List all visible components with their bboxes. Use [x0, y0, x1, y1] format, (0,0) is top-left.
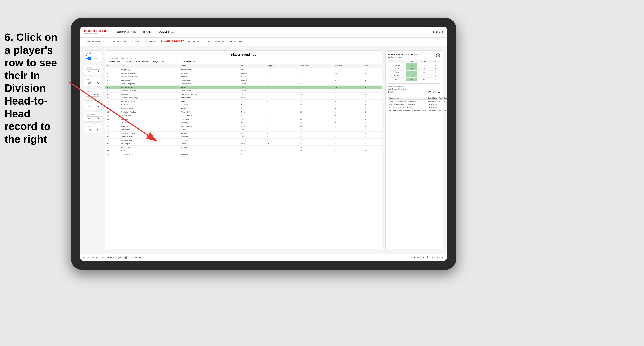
- table-row[interactable]: 22 Ian Gilligan Florida Third 10 24 1 1: [106, 142, 382, 146]
- cell-conf: 27: [299, 149, 334, 153]
- nav-teams[interactable]: TEAMS: [142, 30, 152, 34]
- cell-school: UCLA: [180, 128, 240, 132]
- table-row[interactable]: 24 Bastien Amat New Mexico Fourth 1 27 2…: [106, 149, 382, 153]
- save-custom-button[interactable]: 💾 Save Custom View: [124, 256, 144, 259]
- cell-conf: 23: [299, 139, 334, 142]
- gender-select[interactable]: Men Women: [86, 69, 100, 73]
- table-row[interactable]: 17 David Ford North Carolina Third 5 21 …: [106, 125, 382, 128]
- col-conf-rank: Conf Rank: [299, 64, 334, 68]
- share-icon: ↗: [436, 256, 438, 259]
- redo-icon[interactable]: ↪: [88, 256, 90, 259]
- cell-school: Florida State: [180, 78, 240, 82]
- year-select[interactable]: (All): [86, 81, 100, 85]
- table-row[interactable]: 2 Michael La Sasso Ole Miss Second 1 10 …: [106, 71, 382, 75]
- cell-player: Preston Summerhays: [120, 96, 180, 100]
- table-row[interactable]: 3 Michael Thorbjornsen Stanford Fourth 1…: [106, 75, 382, 78]
- cell-player: Taehoon Song: [120, 139, 180, 142]
- table-row[interactable]: 20 Matthew Riedel Vanderbilt Fifth 8 23 …: [106, 135, 382, 139]
- cell-conf: 24: [299, 93, 334, 96]
- cell-yr: First: [240, 128, 266, 132]
- no-rds-slider[interactable]: [86, 57, 97, 60]
- table-row[interactable]: 1 Wenyi Ding Arizona State First 1 8 1: [106, 68, 382, 71]
- table-row[interactable]: 5 Christo Lamprecht Georgia Tech Fourth …: [106, 82, 382, 86]
- table-row[interactable]: 19 Tiger Christensen Arizona Third 8 23 …: [106, 132, 382, 135]
- cell-win: 1: [364, 125, 382, 128]
- conference-select[interactable]: (All): [86, 116, 100, 120]
- table-row[interactable]: 15 Jake Hall Tennessee Fifth 5 21 0 0: [106, 117, 382, 121]
- table-row[interactable]: 21 Taehoon Song Washington Fourth 6 23 1…: [106, 139, 382, 142]
- cell-yr: Fourth: [240, 75, 266, 78]
- division-select[interactable]: NCAA Division I: [86, 93, 100, 97]
- cell-player: Jake Hall: [120, 117, 180, 121]
- t-cell-name: Fallen Oak Collegiate Invitational: [388, 103, 427, 106]
- cell-rds: 10: [334, 71, 364, 75]
- cell-yr: Fifth: [240, 135, 266, 139]
- table-row[interactable]: 9 Preston Summerhays Arizona State Third…: [106, 96, 382, 100]
- player-table: # Player School Yr Reg Rank Conf Rank No…: [106, 64, 382, 249]
- refresh-icon[interactable]: ⟳: [100, 256, 103, 259]
- share-button[interactable]: ↗ Share: [436, 256, 444, 259]
- cell-reg: 5: [266, 117, 299, 121]
- cell-player: Jacob Mac Diesen: [120, 100, 180, 103]
- sidebar-filters: No Rds. 6 Gender Men Women Year: [84, 50, 102, 249]
- region-select[interactable]: N/A: [86, 105, 100, 108]
- view-original-button[interactable]: 👁 View: Original: [108, 256, 122, 259]
- cell-reg: 3: [266, 107, 299, 110]
- cell-reg: 5: [266, 114, 299, 117]
- cell-school: Arizona: [180, 132, 240, 135]
- tab-player-h2h-grid[interactable]: PLAYER H2H GRID: [188, 39, 210, 44]
- nav-committee[interactable]: COMMITTEE: [158, 30, 174, 34]
- h2h-title: In Division Head-to-Head: [388, 53, 417, 56]
- tab-team-h2h-heatmap[interactable]: TEAM H2H HEATMAP: [132, 39, 156, 44]
- cell-reg: 11: [266, 146, 299, 149]
- table-row[interactable]: 14 Maxwell Ford North Carolina Third 5 2…: [106, 114, 382, 117]
- table-row[interactable]: 6 Jackson Koivun Auburn First 1 26 2: [106, 86, 382, 89]
- cell-win: 0: [364, 71, 382, 75]
- division-filter-val: NCAA Division I: [135, 60, 149, 63]
- cell-win: 1: [364, 146, 382, 149]
- cell-win: 0: [364, 117, 382, 121]
- table-row[interactable]: 12 Brendan Valdes Auburn Third 3 21 0 0: [106, 107, 382, 110]
- grid-icon[interactable]: ⊞: [432, 256, 434, 259]
- tab-player-summary[interactable]: PLAYER SUMMARY: [161, 39, 184, 44]
- tab-team-summary[interactable]: TEAM SUMMARY: [84, 39, 104, 44]
- paste-icon[interactable]: ⊞: [96, 256, 98, 259]
- cell-yr: Third: [240, 114, 266, 117]
- gender-filter-val: Men: [117, 60, 121, 63]
- table-row[interactable]: 10 Jacob Mac Diesen Arkansas Fifth 4 25 …: [106, 100, 382, 103]
- cell-win: 1: [364, 142, 382, 146]
- nav-tournaments[interactable]: TOURNAMENTS: [116, 30, 136, 34]
- t-cell-pos: 4: [438, 100, 443, 103]
- cell-yr: Fourth: [240, 146, 266, 149]
- sign-out-button[interactable]: Sign out: [433, 30, 443, 34]
- undo-icon[interactable]: ↩: [83, 256, 85, 259]
- cell-win: 1: [364, 153, 382, 156]
- cell-rds: 2: [334, 135, 364, 139]
- cell-win: 2: [364, 132, 382, 135]
- h2h-close-button[interactable]: ✕: [436, 53, 440, 57]
- h2h-col-tie: Tie: [431, 60, 440, 63]
- cell-conf: 19: [299, 121, 334, 125]
- download-icon[interactable]: ⬇: [426, 256, 429, 259]
- copy-icon[interactable]: ⧉: [92, 256, 94, 259]
- cell-reg: 8: [266, 132, 299, 135]
- tab-player-h2h-heatmap[interactable]: PLAYER H2H HEATMAP: [214, 39, 242, 44]
- watch-button[interactable]: ▶ Watch ▾: [414, 256, 424, 259]
- tab-team-h2h-grid[interactable]: TEAM H2H GRID: [108, 39, 128, 44]
- cell-player: Phichaksn Maichon: [120, 110, 180, 114]
- table-row[interactable]: 23 Jack Lundin Missouri Fourth 11 24 1 1: [106, 146, 382, 149]
- tournament-table-row: SEC Match Play hosted by Jerry Pate Roun…: [388, 109, 447, 112]
- table-row[interactable]: 18 Luke Powell UCLA First 6 24 1 1: [106, 128, 382, 132]
- player-select[interactable]: (All): [86, 128, 100, 132]
- table-row[interactable]: 25 Cole Sherwood Vanderbilt Third 12 23 …: [106, 153, 382, 156]
- table-row[interactable]: 4 Luke Claton Florida State Second 1 27 …: [106, 78, 382, 82]
- t-cell-type: Stroke Play: [427, 100, 438, 103]
- tournament-table-row: Fallen Oak Collegiate Invitational Strok…: [388, 103, 447, 106]
- cell-conf: [299, 68, 334, 71]
- table-row[interactable]: 7 Nicholas Gabrelcik North Florida Fourt…: [106, 89, 382, 93]
- table-row[interactable]: 13 Phichaksn Maichon Texas A&M Third 6 3…: [106, 110, 382, 114]
- h2h-col-rank: [388, 60, 406, 63]
- table-row[interactable]: 16 Alex Goff Kentucky Fifth 8 19 0 0: [106, 121, 382, 125]
- table-row[interactable]: 11 Gordon Sargent Vanderbilt Third 4 21 …: [106, 103, 382, 107]
- table-row[interactable]: 8 Mats Ege East Tennessee State Fifth 1 …: [106, 93, 382, 96]
